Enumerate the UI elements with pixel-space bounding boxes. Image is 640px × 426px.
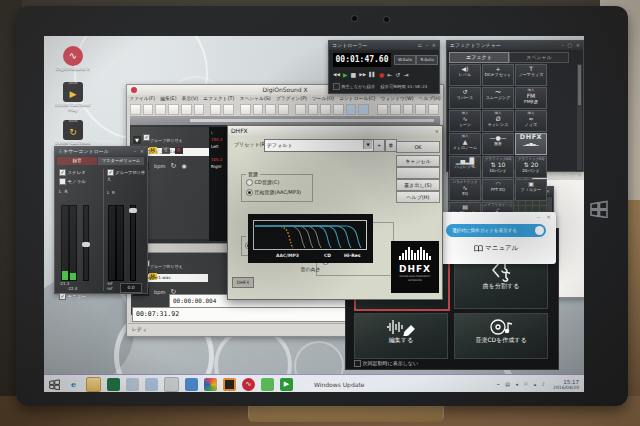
windows-update-notification[interactable]: Windows Update [314,381,364,388]
window-controls[interactable]: – × [134,147,145,156]
w-auto-button[interactable]: W.Auto [394,55,416,65]
mixer-tab-master[interactable]: マスターボリューム [98,157,144,165]
cascade-icon[interactable] [403,104,414,115]
layout-icon[interactable] [377,104,388,115]
store-icon[interactable] [107,378,120,391]
open-file-icon[interactable] [143,104,154,115]
guide-toggle[interactable]: 選択時に操作ガイドを表示する [446,224,546,237]
mixer-titlebar[interactable]: ミキサーコントロール– × [55,147,147,156]
loop-icon[interactable]: ↺ [395,70,400,80]
record-icon[interactable]: ● [379,70,384,80]
ok-button[interactable]: OK [396,141,440,153]
undo-icon[interactable] [210,104,221,115]
file-explorer-icon[interactable] [86,377,101,392]
controller-titlebar[interactable]: コントローラー⊏ – × [329,41,439,50]
cut-icon[interactable] [240,104,251,115]
paste-icon[interactable] [265,104,276,115]
effect-insert-fm-button[interactable]: 挿入FMFM音源 [515,87,547,109]
mixer-tab-record[interactable]: 録音 [57,157,97,165]
effect-insert-noise-button[interactable]: 挿入≈ノイズ [515,110,547,132]
color-app-icon[interactable] [204,378,217,391]
effect-normalize-button[interactable]: Tノーマライズ [515,64,547,86]
zoom-in-icon[interactable] [308,104,319,115]
effect-parametric-eq-button[interactable]: パラメトリック∿EQ [449,179,481,201]
stop-icon[interactable]: ■ [351,70,357,80]
r-auto-button[interactable]: R.Auto [416,55,438,65]
window-controls[interactable]: ⊏ – × [418,41,437,50]
redo-icon[interactable] [223,104,234,115]
window-controls[interactable]: – ▢ × [563,171,583,180]
tile-create-cd[interactable]: 音楽CDを作成する [454,313,548,359]
save-icon[interactable] [155,104,166,115]
tray-icons[interactable]: ⌁ ▤ ◂ ⚐ ▴ ♪ [497,381,547,387]
effect-launcher-titlebar[interactable]: エフェクトランチャー– ▢ × [447,41,583,50]
ie-icon[interactable]: e [67,378,80,391]
tile-icon[interactable] [390,104,401,115]
menu-tool[interactable]: ツール(O) [312,95,334,103]
dhfx-titlebar[interactable]: DHFX × [228,126,442,136]
menu-special[interactable]: スペシャル(S) [239,95,270,103]
effect-mute-button[interactable]: —●—無音 [482,133,514,155]
photos-icon[interactable] [145,378,158,391]
help-button[interactable]: ヘルプ(H) [396,191,440,203]
chevron-down-icon[interactable]: ▼ [363,140,372,149]
digionsound-taskbar-icon[interactable]: ∿ [242,378,255,391]
blank-button[interactable] [396,167,440,179]
menu-control[interactable]: コントロール(C) [339,95,375,103]
master-fader[interactable] [130,205,136,281]
tile-edit[interactable]: 編集する [354,313,448,359]
import-icon[interactable] [194,104,205,115]
menu-plugin[interactable]: プラグイン(P) [276,95,307,103]
preset-add-button[interactable]: + [373,139,385,152]
effect-geq20-button[interactable]: グラフィックEQ⇅ 2020バンド [515,156,547,178]
snap-icon[interactable] [346,104,357,115]
radio-cd-source[interactable] [246,179,253,186]
dont-show-checkbox[interactable] [354,360,361,367]
effect-insert-silence-button[interactable]: 挿入Øサイレンス [482,110,514,132]
fader-knob[interactable] [129,208,137,213]
start-button[interactable] [49,379,60,390]
effect-fft-eq-button[interactable]: ◠FFT EQ [482,179,514,201]
info-icon[interactable]: ◉ [181,162,186,169]
manual-link[interactable]: マニュアル [474,244,518,253]
tab-special[interactable]: スペシャル [509,52,569,63]
effect-geq10-button[interactable]: グラフィックEQ⇅ 1010バンド [482,156,514,178]
record-while-play-checkbox[interactable] [333,83,340,90]
effect-level-button[interactable]: ◀)レベル [449,64,481,86]
fader-knob[interactable] [82,242,90,247]
green-app-icon[interactable] [261,378,274,391]
delete-icon[interactable] [278,104,289,115]
monitor-checkbox[interactable]: ✓ [59,293,66,300]
export-icon[interactable] [181,104,192,115]
menu-window[interactable]: ウィンドウ(W) [380,95,413,103]
play-icon[interactable]: ▶ [343,70,348,80]
close-icon[interactable]: × [435,126,440,136]
go-end-icon[interactable]: ⇥ [403,70,408,80]
group-switch-checkbox[interactable]: ✓ [107,169,114,176]
desktop-icon-dixim-play[interactable]: DiXiM▶ DiXiM CatchRec Play [50,82,96,112]
effect-hires-button[interactable]: ▁▅▂█ハイレゾ化 [449,156,481,178]
play-app-icon[interactable]: ▶ [280,378,293,391]
desktop-icon-digionsound[interactable]: ∿ DigiOnSound X [50,46,96,71]
rewind-icon[interactable]: ◀◀ [333,70,340,80]
window-controls[interactable]: – ▢ × [561,41,581,50]
new-file-icon[interactable] [130,104,141,115]
radio-compressed-source[interactable] [246,189,253,196]
window-controls[interactable]: – × [537,213,553,220]
effect-smoothing-button[interactable]: 〜スムージング [482,87,514,109]
effect-reverse-button[interactable]: ↺リバース [449,87,481,109]
effect-filter-button[interactable]: ▣フィルター [515,179,547,201]
photo-app-icon[interactable] [185,378,198,391]
app-window-icon[interactable] [164,377,179,392]
controller-view-icon[interactable] [428,104,439,115]
doc-titlebar[interactable]: 録音サウンド_0001.wav [130,116,440,125]
fast-forward-icon[interactable]: ▶▶ [359,70,366,80]
menu-file[interactable]: ファイル(F) [129,95,155,103]
camera-app-icon[interactable] [223,378,236,391]
zoom-out-icon[interactable] [320,104,331,115]
stereo-checkbox[interactable]: ✓ [59,169,66,176]
master-gain-value[interactable]: 0.0 [120,283,142,293]
preset-dropdown[interactable]: デフォルト ▼ [264,139,374,152]
toggle-knob[interactable] [535,226,544,235]
marker-icon[interactable] [358,104,369,115]
